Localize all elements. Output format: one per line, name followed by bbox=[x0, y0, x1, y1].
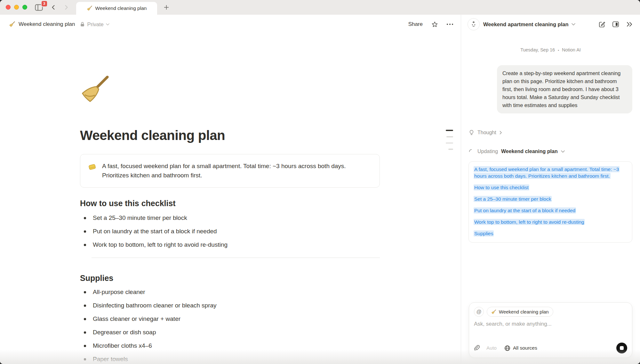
context-chip-label: Weekend cleaning plan bbox=[499, 309, 549, 314]
avatar bbox=[468, 18, 480, 30]
broom-icon bbox=[9, 21, 15, 27]
privacy-selector[interactable]: Private bbox=[80, 21, 109, 27]
more-options-button[interactable] bbox=[447, 24, 453, 25]
diff-line: A fast, focused weekend plan for a small… bbox=[474, 166, 627, 179]
sources-label: All sources bbox=[513, 345, 537, 351]
mode-selector[interactable]: Auto bbox=[486, 345, 497, 351]
compose-icon[interactable] bbox=[598, 21, 605, 28]
notification-badge: 3 bbox=[41, 0, 48, 7]
conversation-date: Tuesday, Sep 16 • Notion AI bbox=[461, 47, 640, 53]
privacy-label: Private bbox=[87, 21, 103, 27]
diff-line: Work top to bottom, left to right to avo… bbox=[474, 219, 627, 225]
sources-selector[interactable]: All sources bbox=[504, 345, 537, 351]
close-window-button[interactable] bbox=[6, 5, 11, 10]
section-heading-supplies[interactable]: Supplies bbox=[80, 273, 113, 283]
diff-line: Supplies bbox=[474, 230, 627, 237]
plus-icon bbox=[163, 4, 170, 11]
callout-text: A fast, focused weekend plan for a small… bbox=[102, 161, 372, 180]
user-message-bubble: Create a step-by-step weekend apartment … bbox=[497, 65, 632, 113]
ai-panel: Weekend apartment cleaning plan bbox=[461, 15, 640, 364]
notion-window: 3 Weekend cleaning plan W bbox=[0, 0, 640, 364]
spinner-icon bbox=[469, 149, 474, 154]
stop-generation-button[interactable] bbox=[616, 343, 627, 353]
list-item[interactable]: Glass cleaner or vinegar + water bbox=[80, 315, 380, 323]
tab-label: Weekend cleaning plan bbox=[95, 5, 147, 11]
ask-anything-input[interactable] bbox=[474, 321, 627, 327]
list-item[interactable]: Degreaser or dish soap bbox=[80, 329, 380, 336]
new-tab-button[interactable] bbox=[162, 3, 171, 12]
forward-button[interactable] bbox=[61, 3, 71, 12]
forward-icon bbox=[63, 4, 69, 10]
thought-toggle[interactable]: Thought bbox=[469, 130, 502, 136]
list-item[interactable]: Disinfecting bathroom cleaner or bleach … bbox=[80, 302, 380, 309]
broom-page-icon[interactable] bbox=[80, 74, 111, 105]
page-title[interactable]: Weekend cleaning plan bbox=[80, 128, 225, 143]
ai-panel-header: Weekend apartment cleaning plan bbox=[461, 15, 640, 34]
header-actions: Share bbox=[408, 21, 453, 28]
breadcrumb[interactable]: Weekend cleaning plan bbox=[9, 21, 75, 27]
breadcrumb-title: Weekend cleaning plan bbox=[19, 21, 75, 27]
globe-icon bbox=[504, 345, 510, 351]
mention-button[interactable]: @ bbox=[474, 307, 484, 317]
toc-indicator[interactable] bbox=[445, 130, 453, 150]
share-button[interactable]: Share bbox=[408, 21, 423, 27]
back-button[interactable] bbox=[49, 3, 58, 12]
zoom-window-button[interactable] bbox=[22, 5, 27, 10]
titlebar: 3 Weekend cleaning plan bbox=[0, 0, 640, 15]
at-icon: @ bbox=[476, 309, 481, 315]
ai-composer: @ Weekend cleaning plan Auto bbox=[469, 302, 632, 358]
paperclip-icon[interactable] bbox=[474, 345, 480, 351]
list-item[interactable]: All-purpose cleaner bbox=[80, 288, 380, 296]
sidebar-toggle-button[interactable]: 3 bbox=[34, 3, 44, 12]
chevron-right-icon bbox=[500, 131, 502, 135]
back-icon bbox=[51, 4, 56, 10]
traffic-lights bbox=[6, 5, 27, 10]
side-peek-icon[interactable] bbox=[612, 21, 619, 28]
favorite-star-icon[interactable] bbox=[431, 21, 438, 28]
section-heading-checklist[interactable]: How to use this checklist bbox=[80, 198, 176, 208]
divider bbox=[92, 258, 380, 258]
minimize-window-button[interactable] bbox=[14, 5, 19, 10]
stop-icon bbox=[620, 346, 624, 350]
notion-ai-face-icon bbox=[470, 21, 477, 28]
chevron-down-icon[interactable] bbox=[572, 23, 575, 26]
list-item[interactable]: Microfiber cloths x4–6 bbox=[80, 342, 380, 350]
diff-line: Put on laundry at the start of a block i… bbox=[474, 207, 627, 214]
list-item[interactable]: Work top to bottom, left to right to avo… bbox=[80, 241, 380, 249]
updating-label: Updating bbox=[477, 149, 498, 154]
broom-icon bbox=[87, 5, 92, 11]
ai-thread-title[interactable]: Weekend apartment cleaning plan bbox=[483, 21, 569, 27]
context-chip[interactable]: Weekend cleaning plan bbox=[487, 307, 553, 317]
double-chevron-right-icon[interactable] bbox=[626, 21, 633, 27]
diff-line: How to use this checklist bbox=[474, 184, 627, 191]
broom-icon bbox=[491, 309, 496, 314]
chevron-down-icon bbox=[561, 150, 565, 153]
list-item[interactable]: Paper towels bbox=[80, 355, 380, 363]
list-item[interactable]: Put on laundry at the start of a block i… bbox=[80, 228, 380, 235]
list-item[interactable]: Set a 25–30 minute timer per block bbox=[80, 214, 380, 222]
tab-weekend-cleaning-plan[interactable]: Weekend cleaning plan bbox=[76, 2, 157, 15]
updating-page-title: Weekend cleaning plan bbox=[501, 149, 558, 154]
update-diff-card[interactable]: A fast, focused weekend plan for a small… bbox=[468, 161, 632, 243]
document-area: Weekend cleaning plan Private Share bbox=[0, 15, 461, 364]
thought-label: Thought bbox=[477, 130, 496, 136]
checklist-bullet-list: Set a 25–30 minute timer per block Put o… bbox=[80, 214, 380, 254]
ai-panel-actions bbox=[598, 21, 633, 28]
lock-icon bbox=[80, 22, 85, 27]
chevron-down-icon bbox=[106, 23, 109, 26]
sponge-icon bbox=[88, 162, 97, 171]
diff-line: Set a 25–30 minute timer per block bbox=[474, 196, 627, 202]
document-header: Weekend cleaning plan Private Share bbox=[0, 15, 461, 34]
callout-block[interactable]: A fast, focused weekend plan for a small… bbox=[80, 154, 380, 188]
updating-status[interactable]: Updating Weekend cleaning plan bbox=[469, 149, 565, 154]
supplies-bullet-list: All-purpose cleaner Disinfecting bathroo… bbox=[80, 288, 380, 364]
lightbulb-icon bbox=[469, 130, 474, 136]
